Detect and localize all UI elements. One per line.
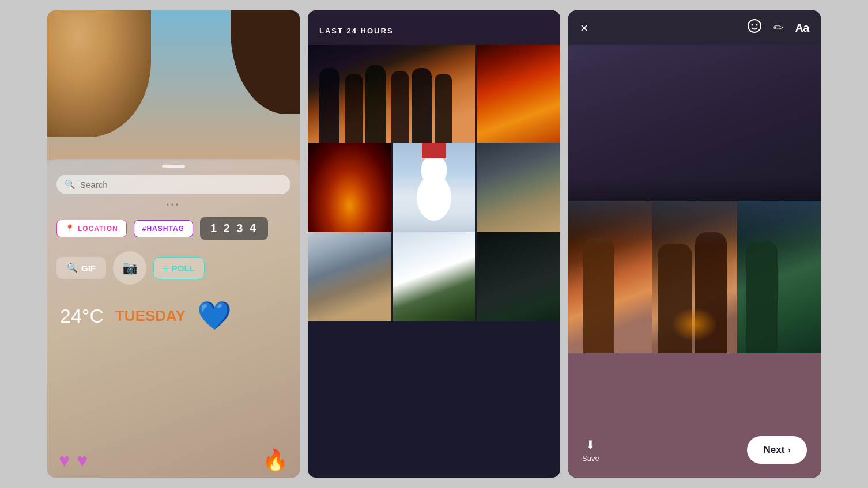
hair-right [231,10,300,114]
temperature-sticker[interactable]: 24°C [60,305,104,327]
poll-sticker[interactable]: ≡ POLL [153,257,205,279]
next-label: Next [763,444,784,456]
location-sticker[interactable]: 📍 LOCATION [56,220,127,237]
gif-sticker[interactable]: 🔍 GIF [56,257,106,279]
svg-point-2 [756,24,758,26]
pin-icon: 📍 [65,224,75,233]
heart-sticker[interactable]: 💙 [197,302,232,330]
face-background [47,10,300,160]
download-icon: ⬇ [586,438,595,452]
sticker-bottom-row: 24°C TUESDAY 💙 [56,302,290,330]
gallery-cell-fire[interactable] [477,45,560,143]
list-icon: ≡ [163,263,168,273]
editor-toolbar: Aa [568,10,821,45]
search-icon: 🔍 [65,179,76,190]
editor-panel: Aa [568,10,821,478]
location-label: LOCATION [78,225,118,233]
sticker-panel: 🔍 Search ••• 📍 LOCATION #HASHTAG 1 2 3 4 [47,10,300,478]
gallery-cell-group-people[interactable] [308,45,475,143]
save-button[interactable]: ⬇ Save [582,438,599,463]
sticker-button[interactable] [747,18,762,37]
sticker-row-1: 📍 LOCATION #HASHTAG 1 2 3 4 [56,217,290,240]
gallery-row-1 [308,45,560,143]
gallery-cell-snowman[interactable] [393,143,476,232]
editor-right-icons: Aa [747,18,809,37]
search-bar[interactable]: 🔍 Search [56,175,290,194]
gallery-mosaic [308,45,560,321]
sticker-tray: 🔍 Search ••• 📍 LOCATION #HASHTAG 1 2 3 4 [47,159,300,478]
hashtag-label: #HASHTAG [142,225,184,233]
countdown-digits: 1 2 3 4 [210,222,258,235]
hair-left [47,10,151,137]
gallery-row-2 [308,143,560,232]
gallery-cell-campfire[interactable] [308,143,391,232]
search-placeholder-text: Search [80,180,108,190]
chevron-right-icon: › [788,445,791,455]
poll-label: POLL [172,263,195,273]
gallery-cell-snow-selfie[interactable] [308,232,391,321]
editor-top-bg [568,45,821,201]
camera-icon: 📷 [122,260,138,275]
text-button[interactable]: Aa [795,21,809,35]
camera-sticker[interactable]: 📷 [113,251,146,285]
editor-main-photo [568,201,821,353]
gallery-header: LAST 24 HOURS [308,10,560,45]
gif-label: GIF [81,263,96,273]
svg-point-0 [748,20,761,32]
gallery-cell-snow-trees[interactable] [393,232,476,321]
draw-button[interactable] [773,20,783,35]
hashtag-sticker[interactable]: #HASHTAG [134,220,193,237]
heart-icon-1: ♥ [59,450,70,471]
sticker-row-2: 🔍 GIF 📷 ≡ POLL [56,251,290,285]
gallery-cell-selfie[interactable] [477,143,560,232]
flame-icon: 🔥 [262,448,288,472]
bottom-hearts: ♥ ♥ 🔥 [47,443,300,478]
gallery-row-3 [308,232,560,321]
gallery-panel: LAST 24 HOURS [308,10,560,478]
gallery-cell-dark-forest[interactable] [477,232,560,321]
save-label: Save [582,454,599,463]
tray-dots: ••• [56,201,290,209]
countdown-sticker[interactable]: 1 2 3 4 [200,217,268,240]
svg-point-1 [752,24,753,26]
next-button[interactable]: Next › [747,436,807,464]
heart-icon-2: ♥ [77,450,88,471]
close-button[interactable] [580,20,588,35]
day-sticker[interactable]: TUESDAY [115,307,186,325]
gallery-title: LAST 24 HOURS [319,27,394,35]
editor-bottom-bar: ⬇ Save Next › [568,427,821,478]
gif-search-icon: 🔍 [67,263,78,273]
tray-handle[interactable] [162,165,185,168]
